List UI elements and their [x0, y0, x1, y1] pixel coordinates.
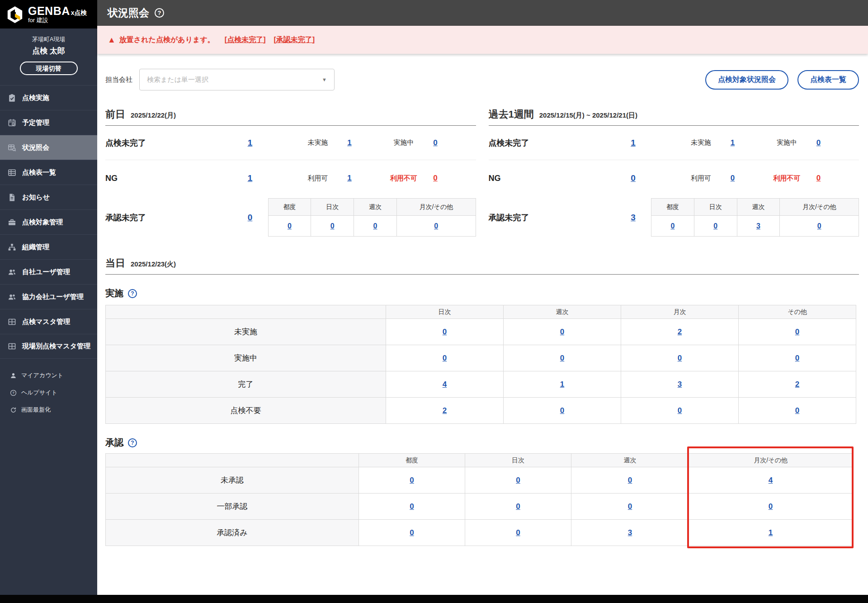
org-chart-icon: [8, 243, 16, 252]
stat-label: NG: [105, 174, 236, 183]
table-row: 未実施 0 0 2 0: [106, 319, 856, 345]
sidebar-item-label: 予定管理: [22, 119, 49, 127]
count-link[interactable]: 0: [434, 222, 438, 230]
count-link[interactable]: 1: [560, 380, 564, 389]
col-header: 週次: [354, 199, 397, 216]
count-link[interactable]: 1: [719, 138, 746, 147]
count-link[interactable]: 0: [443, 354, 447, 362]
row-label: 承認済み: [106, 520, 359, 546]
count-link[interactable]: 0: [713, 222, 717, 230]
pair-label: 未実施: [683, 138, 719, 147]
count-link[interactable]: 0: [330, 222, 335, 230]
sidebar-item-joukyou-shoukai[interactable]: 状況照会: [0, 135, 97, 160]
sidebar-item-soshiki-kanri[interactable]: 組織管理: [0, 234, 97, 259]
col-header: 日次: [694, 199, 737, 216]
briefcase-icon: [8, 218, 16, 227]
count-link[interactable]: 0: [620, 173, 647, 183]
count-link[interactable]: 0: [516, 528, 520, 537]
app-window: GENBA x点検 for 建設 茅場町A現場 点検 太郎 現場切替 点検実施 …: [0, 0, 868, 603]
count-link[interactable]: 0: [719, 174, 746, 183]
count-link[interactable]: 0: [817, 222, 821, 230]
count-link[interactable]: 0: [373, 222, 377, 230]
col-header: その他: [739, 305, 856, 319]
count-link[interactable]: 0: [560, 354, 564, 362]
sidebar-item-genbabetsu-master-kanri[interactable]: 現場別点検マスタ管理: [0, 334, 97, 359]
alert-link-tenken-mikanryou[interactable]: [点検未完了]: [225, 35, 266, 45]
shounin-table-wrap: 都度 日次 週次 月次/その他 未承認 0 0 0 4 一部承認 0: [105, 449, 853, 546]
count-link[interactable]: 0: [422, 138, 449, 147]
sidebar-item-tenken-taishou-kanri[interactable]: 点検対象管理: [0, 209, 97, 234]
count-link[interactable]: 0: [288, 222, 292, 230]
section-date: 2025/12/23(火): [131, 260, 176, 269]
count-link[interactable]: 0: [560, 328, 564, 336]
count-link[interactable]: 2: [678, 328, 682, 336]
stat-label: 点検未完了: [105, 138, 236, 148]
count-link[interactable]: 0: [678, 406, 682, 415]
count-link[interactable]: 0: [678, 354, 682, 362]
count-link[interactable]: 4: [443, 380, 447, 389]
sidebar-item-tenkenhyou-ichiran[interactable]: 点検表一覧: [0, 160, 97, 185]
sidebar-item-tenken-jisshi[interactable]: 点検実施: [0, 85, 97, 110]
count-link[interactable]: 1: [236, 138, 264, 148]
count-link[interactable]: 3: [756, 222, 760, 230]
col-header: 都度: [268, 199, 311, 216]
count-link[interactable]: 2: [795, 380, 799, 389]
count-link[interactable]: 0: [670, 222, 675, 230]
sidebar-item-yotei-kanri[interactable]: 予定管理: [0, 110, 97, 135]
section-title: 当日: [105, 256, 125, 270]
count-link[interactable]: 0: [410, 528, 414, 537]
count-link[interactable]: 0: [516, 502, 520, 511]
sidebar-item-label: 現場別点検マスタ管理: [22, 342, 90, 351]
count-link[interactable]: 0: [795, 354, 799, 362]
count-link[interactable]: 0: [805, 138, 832, 147]
count-link[interactable]: 0: [628, 476, 632, 484]
tenken-taishou-joukyou-button[interactable]: 点検対象状況照会: [705, 70, 788, 90]
count-link[interactable]: 0: [560, 406, 564, 415]
count-link[interactable]: 0: [516, 476, 520, 484]
sidebar-item-tenken-master-kanri[interactable]: 点検マスタ管理: [0, 309, 97, 334]
count-link[interactable]: 0: [628, 502, 632, 511]
stat-row-tenken-mikanryou: 点検未完了 1 未実施 1 実施中 0: [489, 126, 859, 160]
shounin-help-icon[interactable]: ?: [128, 438, 137, 447]
count-link[interactable]: 0: [410, 502, 414, 511]
corner-cell: [106, 454, 359, 467]
my-account-link[interactable]: マイアカウント: [0, 367, 97, 384]
count-link[interactable]: 0: [236, 213, 264, 223]
count-link[interactable]: 2: [443, 406, 447, 415]
count-link[interactable]: 1: [236, 173, 264, 183]
count-link[interactable]: 0: [795, 328, 799, 336]
current-site-name: 茅場町A現場: [0, 35, 97, 43]
pair-label: 実施中: [386, 138, 422, 147]
count-link[interactable]: 0: [443, 328, 447, 336]
count-link[interactable]: 3: [620, 213, 647, 223]
company-select[interactable]: 検索または単一選択 ▼: [139, 69, 335, 90]
sidebar-item-oshirase[interactable]: お知らせ: [0, 185, 97, 209]
jisshi-help-icon[interactable]: ?: [128, 289, 137, 298]
count-link[interactable]: 1: [336, 138, 363, 147]
count-link[interactable]: 0: [795, 406, 799, 415]
tenkenhyou-ichiran-button[interactable]: 点検表一覧: [797, 70, 859, 90]
count-link[interactable]: 1: [769, 528, 773, 537]
refresh-screen-link[interactable]: 画面最新化: [0, 401, 97, 418]
count-link[interactable]: 0: [410, 476, 414, 484]
count-link-red[interactable]: 0: [422, 174, 449, 183]
count-link[interactable]: 1: [336, 174, 363, 183]
page-title: 状況照会: [108, 6, 149, 20]
util-item-label: マイアカウント: [21, 371, 63, 380]
count-link[interactable]: 3: [628, 528, 632, 537]
count-link[interactable]: 1: [620, 138, 647, 148]
help-circle-icon: ?: [10, 389, 17, 396]
sidebar-item-kyouryoku-user-kanri[interactable]: 協力会社ユーザ管理: [0, 284, 97, 309]
period-date: 2025/12/15(月) ~ 2025/12/21(日): [539, 111, 637, 120]
count-link[interactable]: 0: [769, 502, 773, 511]
count-link[interactable]: 3: [678, 380, 682, 389]
sidebar-item-jisha-user-kanri[interactable]: 自社ユーザ管理: [0, 259, 97, 284]
switch-site-button[interactable]: 現場切替: [20, 62, 78, 75]
jisshi-table: 日次 週次 月次 その他 未実施 0 0 2 0 実施中 0 0 0: [105, 305, 856, 424]
help-site-link[interactable]: ? ヘルプサイト: [0, 384, 97, 401]
count-link-red[interactable]: 0: [805, 174, 832, 183]
page-help-icon[interactable]: ?: [155, 8, 164, 18]
pair-label: 実施中: [769, 138, 805, 147]
alert-link-shounin-mikanryou[interactable]: [承認未完了]: [274, 35, 315, 45]
count-link[interactable]: 4: [769, 476, 773, 484]
